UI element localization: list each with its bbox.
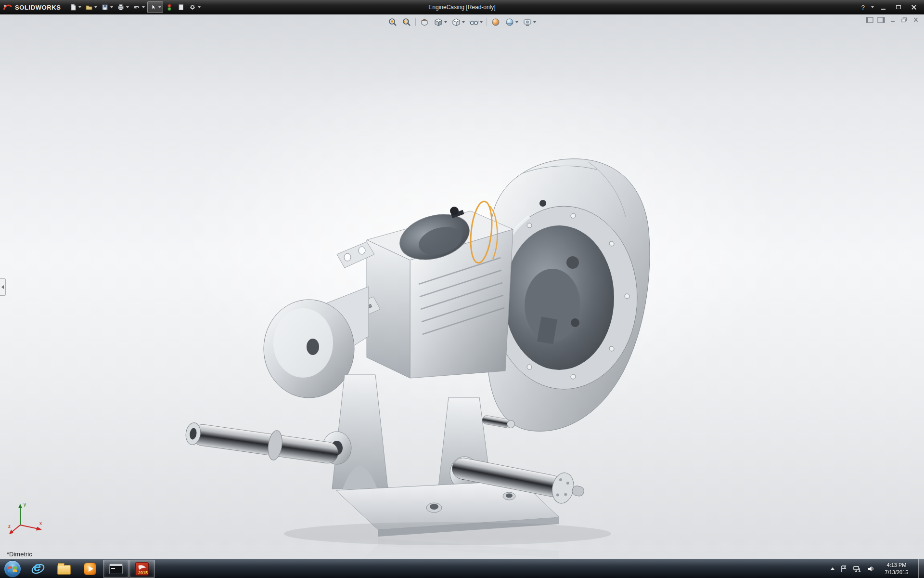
windows-taskbar: e 2015 bbox=[0, 559, 924, 578]
volume-icon[interactable] bbox=[866, 565, 875, 573]
triad-y-label: y bbox=[24, 502, 26, 507]
save-icon bbox=[101, 3, 109, 11]
window-controls: ? bbox=[860, 3, 924, 12]
titlebar-toolbar bbox=[68, 1, 202, 13]
toolbar-separator bbox=[415, 18, 416, 26]
feature-manager-collapsed-tab[interactable] bbox=[0, 278, 6, 296]
file-properties-button[interactable] bbox=[176, 1, 186, 13]
solidworks-version-badge: 2015 bbox=[138, 570, 148, 575]
undo-button[interactable] bbox=[131, 1, 146, 13]
display-style-button[interactable] bbox=[451, 17, 465, 27]
view-settings-button[interactable] bbox=[522, 17, 537, 27]
select-button[interactable] bbox=[147, 1, 163, 13]
view-orientation-button[interactable] bbox=[433, 17, 448, 27]
solidworks-app-icon: 2015 bbox=[135, 562, 149, 576]
solidworks-application: SOLIDWORKS bbox=[0, 0, 924, 578]
help-dropdown-caret[interactable] bbox=[871, 6, 874, 8]
reference-triad: y x z bbox=[8, 500, 45, 536]
graphics-area[interactable]: y x z *Dimetric bbox=[0, 14, 924, 559]
taskbar-command-prompt[interactable] bbox=[103, 560, 129, 578]
zoom-to-area-icon bbox=[402, 17, 411, 27]
doc-restore-button[interactable] bbox=[900, 16, 909, 23]
dropdown-caret[interactable] bbox=[126, 6, 129, 8]
zoom-to-area-button[interactable] bbox=[401, 17, 412, 27]
close-button[interactable] bbox=[908, 3, 920, 12]
print-button[interactable] bbox=[116, 1, 130, 13]
split-pane-button[interactable] bbox=[877, 16, 886, 23]
dropdown-caret[interactable] bbox=[94, 6, 97, 8]
split-pane-icon bbox=[877, 17, 885, 23]
dropdown-caret[interactable] bbox=[198, 6, 201, 8]
clock-date: 7/13/2015 bbox=[880, 569, 913, 576]
taskbar-internet-explorer[interactable]: e bbox=[25, 560, 51, 578]
dropdown-caret[interactable] bbox=[515, 21, 518, 23]
dropdown-caret[interactable] bbox=[480, 21, 483, 23]
doc-minimize-icon bbox=[889, 17, 896, 23]
save-button[interactable] bbox=[100, 1, 115, 13]
dropdown-caret[interactable] bbox=[78, 6, 81, 8]
new-document-button[interactable] bbox=[68, 1, 83, 13]
taskbar-solidworks[interactable]: 2015 bbox=[129, 560, 155, 578]
command-prompt-icon bbox=[109, 564, 123, 574]
taskbar-clock[interactable]: 4:13 PM 7/13/2015 bbox=[880, 562, 913, 576]
close-icon bbox=[911, 5, 916, 10]
rebuild-button[interactable] bbox=[164, 1, 175, 13]
new-document-icon bbox=[69, 3, 77, 11]
view-orientation-label: *Dimetric bbox=[7, 551, 32, 558]
section-view-icon bbox=[420, 17, 429, 27]
taskbar-windows-explorer[interactable] bbox=[51, 560, 77, 578]
rebuild-stoplight-icon bbox=[166, 3, 173, 11]
doc-restore-icon bbox=[901, 17, 908, 23]
hide-show-glasses-icon bbox=[469, 17, 479, 27]
action-center-icon[interactable] bbox=[839, 565, 848, 573]
scene-ball-icon bbox=[505, 17, 514, 27]
dropdown-caret[interactable] bbox=[462, 21, 465, 23]
dropdown-caret[interactable] bbox=[444, 21, 447, 23]
maximize-icon bbox=[896, 5, 901, 9]
show-hidden-icons-button[interactable] bbox=[831, 567, 834, 570]
options-button[interactable] bbox=[187, 1, 202, 13]
folder-icon bbox=[57, 565, 71, 575]
engine-casing-model[interactable] bbox=[0, 14, 924, 559]
windows-orb-icon bbox=[4, 560, 21, 578]
network-icon[interactable] bbox=[853, 565, 861, 573]
help-button[interactable]: ? bbox=[860, 4, 867, 11]
minimize-icon bbox=[881, 9, 886, 10]
minimize-button[interactable] bbox=[877, 3, 889, 12]
section-view-button[interactable] bbox=[419, 17, 430, 27]
options-gear-icon bbox=[189, 3, 196, 11]
toolbar-separator bbox=[487, 18, 487, 26]
display-style-icon bbox=[451, 17, 461, 27]
taskbar-media-player[interactable] bbox=[77, 560, 103, 578]
dropdown-caret[interactable] bbox=[158, 6, 161, 8]
appearance-ball-icon bbox=[491, 17, 500, 27]
dropdown-caret[interactable] bbox=[110, 6, 113, 8]
apply-scene-button[interactable] bbox=[504, 17, 519, 27]
zoom-to-fit-button[interactable] bbox=[387, 17, 398, 27]
doc-minimize-button[interactable] bbox=[888, 16, 897, 23]
windows-flag-icon bbox=[8, 565, 17, 573]
system-tray: 4:13 PM 7/13/2015 bbox=[831, 559, 924, 578]
open-folder-icon bbox=[85, 3, 93, 11]
internet-explorer-icon: e bbox=[31, 562, 45, 576]
edit-appearance-button[interactable] bbox=[490, 17, 501, 27]
triad-z-label: z bbox=[8, 524, 11, 529]
heads-up-view-toolbar bbox=[387, 17, 537, 27]
select-cursor-icon bbox=[149, 3, 157, 11]
view-settings-icon bbox=[523, 17, 532, 27]
dropdown-caret[interactable] bbox=[142, 6, 145, 8]
undo-icon bbox=[133, 3, 141, 11]
maximize-button[interactable] bbox=[892, 3, 905, 12]
show-desktop-button[interactable] bbox=[918, 559, 924, 578]
print-icon bbox=[117, 3, 125, 11]
open-button[interactable] bbox=[84, 1, 99, 13]
pinned-apps: e 2015 bbox=[25, 559, 155, 578]
dropdown-caret[interactable] bbox=[533, 21, 536, 23]
media-player-icon bbox=[84, 563, 96, 575]
hide-show-items-button[interactable] bbox=[469, 17, 483, 27]
select-pane-button[interactable] bbox=[865, 16, 874, 23]
doc-close-button[interactable] bbox=[911, 16, 920, 23]
titlebar: SOLIDWORKS bbox=[0, 0, 924, 14]
brand-text: SOLIDWORKS bbox=[15, 4, 61, 11]
start-button[interactable] bbox=[0, 559, 25, 578]
